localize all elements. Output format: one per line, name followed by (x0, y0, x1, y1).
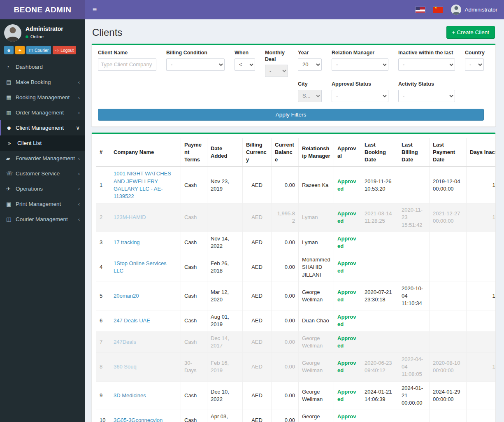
year-select[interactable]: 20 (298, 58, 322, 71)
last-billing-cell: 2020-11-23 15:51:42 (398, 203, 430, 232)
row-number-cell: 4 (96, 253, 110, 282)
last-booking-cell: 2020-07-21 23:30:18 (361, 282, 398, 310)
payment-terms-cell: Cash (181, 232, 207, 253)
last-booking-cell (361, 310, 398, 331)
inactive-within-select[interactable]: - (398, 58, 455, 71)
last-booking-cell (361, 253, 398, 282)
last-billing-cell (398, 410, 430, 422)
filter-billing-condition: Billing Condition - (166, 50, 225, 77)
column-last-billing-date: Last Billing Date (398, 138, 430, 167)
approval-status-select[interactable]: - (332, 90, 388, 102)
company-link[interactable]: 123M-HAMID (114, 214, 146, 220)
clients-table: # Company Name Payment Terms Date Added … (96, 138, 496, 422)
balance-cell: 0.00 (272, 282, 299, 310)
relation-manager-label: Relation Manager (332, 50, 388, 56)
column-relationship-manager: Relationship Manager (299, 138, 334, 167)
activity-status-select[interactable]: - (398, 90, 455, 102)
days-inactive-cell: 0 (467, 253, 496, 282)
create-client-button[interactable]: + Create Client (446, 26, 495, 39)
sidebar-quick-buttons: ☻ ✦ ◫ Courier ⇨ Logout (0, 44, 85, 59)
year-label: Year (298, 50, 322, 56)
sidebar-avatar (4, 24, 21, 42)
manager-cell: Duan Chao (299, 310, 334, 331)
currency-cell: AED (243, 253, 272, 282)
menu-item-icon: » (8, 140, 17, 146)
row-number-cell: 6 (96, 310, 110, 331)
last-payment-cell: 2019-12-04 00:00:00 (430, 167, 467, 203)
relation-manager-select[interactable]: - (332, 58, 388, 71)
last-payment-cell (430, 253, 467, 282)
approval-status-label: Approval Status (332, 81, 388, 88)
sidebar-item[interactable]: ▣ Print Management ‹ (0, 196, 85, 212)
company-link[interactable]: 3G05-3Gconnecyion (114, 417, 163, 422)
last-billing-cell (398, 253, 430, 282)
approval-status-cell: Approved (334, 353, 361, 382)
when-select[interactable]: < (235, 58, 255, 71)
balance-cell: 0.00 (272, 331, 299, 352)
sidebar-item[interactable]: ☏ Customer Service ‹ (0, 166, 85, 181)
country-select[interactable]: - (465, 58, 484, 71)
filter-inactive-within: Inactive within the last - (398, 50, 455, 77)
sidebar-item[interactable]: ✈ Operations ‹ (0, 181, 85, 196)
menu-item-icon: ▰ (6, 155, 16, 161)
client-name-input[interactable] (98, 58, 156, 71)
sidebar-item[interactable]: ▤ Make Booking ‹ (0, 75, 85, 90)
sidebar-item[interactable]: ▰ Forwarder Management ‹ (0, 151, 85, 166)
chevron-icon: ‹ (78, 201, 80, 207)
user-menu[interactable]: Administrator (451, 5, 497, 15)
payment-terms-cell: Cash (181, 310, 207, 331)
hamburger-menu-icon[interactable]: ≡ (85, 0, 104, 19)
date-added-cell: Nov 23, 2019 (207, 167, 243, 203)
key-button[interactable]: ✦ (15, 46, 25, 54)
sidebar-item[interactable]: ☻ Client Management ∨ (0, 120, 85, 135)
last-billing-cell: 2020-10-04 11:10:34 (398, 282, 430, 310)
sidebar-item[interactable]: ▥ Order Management ‹ (0, 105, 85, 120)
online-status-dot (26, 35, 28, 38)
column-days-inactive: Days Inactive (467, 138, 496, 167)
city-select[interactable]: S... (298, 90, 322, 102)
last-payment-cell: 2020-08-10 00:00:00 (430, 353, 467, 382)
menu-item-icon: ▦ (6, 94, 16, 100)
menu-item-label: Order Management (16, 110, 78, 116)
sidebar-item[interactable]: ◔ Dashboard (0, 59, 85, 75)
menu-item-label: Client Management (16, 125, 76, 131)
days-inactive-cell: 323 (467, 381, 496, 410)
online-status-label: Online (30, 34, 44, 39)
sidebar-user-panel: Administrator Online (0, 19, 85, 44)
column-last-payment-date: Last Payment Date (430, 138, 467, 167)
company-link[interactable]: 3D Medicines (114, 392, 146, 399)
company-link[interactable]: 20oman20 (114, 293, 139, 299)
company-link[interactable]: 1Stop Online Services LLC (114, 260, 167, 274)
china-flag-icon[interactable] (433, 7, 443, 13)
monthly-deal-label: Monthly Deal (265, 50, 288, 63)
company-cell: 3D Medicines (110, 381, 181, 410)
profile-button[interactable]: ☻ (4, 46, 14, 54)
billing-condition-select[interactable]: - (166, 58, 225, 71)
user-menu-label: Administrator (465, 7, 497, 13)
logout-button[interactable]: ⇨ Logout (53, 46, 76, 54)
sidebar-item[interactable]: ◫ Courier Management ‹ (0, 212, 85, 227)
company-link[interactable]: 1001 NIGHT WATCHES AND JEWELLERY GALLARY… (114, 170, 171, 199)
client-name-label: Client Name (98, 50, 156, 56)
brand-logo[interactable]: BEONE ADMIN (0, 0, 85, 19)
country-label: Country (465, 50, 484, 56)
company-link[interactable]: 17 tracking (114, 239, 140, 245)
sidebar-item[interactable]: » Client List (0, 135, 85, 151)
date-added-cell: Dec 14, 2017 (207, 331, 243, 352)
company-link[interactable]: 247 Deals UAE (114, 317, 150, 324)
column-billing-currency: Billing Currency (243, 138, 272, 167)
company-link[interactable]: 360 Souq (114, 364, 137, 370)
approval-status-cell: Approved (334, 282, 361, 310)
main-area: Clients + Create Client Client Name Bill… (85, 0, 504, 422)
apply-filters-button[interactable]: Apply Filters (98, 109, 484, 121)
courier-button[interactable]: ◫ Courier (26, 46, 51, 54)
company-link[interactable]: 247Deals (114, 339, 136, 345)
last-booking-cell: 2024-01-21 14:06:39 (361, 381, 398, 410)
filter-when: When < (235, 50, 255, 77)
monthly-deal-select[interactable]: - (265, 65, 288, 77)
us-flag-icon[interactable] (416, 7, 425, 13)
last-payment-cell (430, 232, 467, 253)
topbar: BEONE ADMIN ≡ Administrator (0, 0, 504, 19)
date-added-cell: Apr 03, 2021 (207, 410, 243, 422)
sidebar-item[interactable]: ▦ Booking Management ‹ (0, 90, 85, 105)
